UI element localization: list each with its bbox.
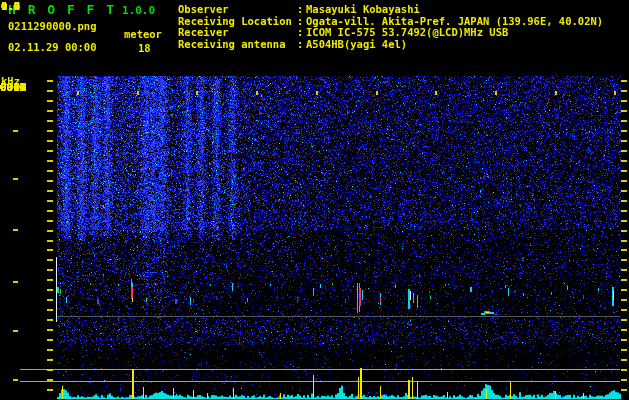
info-row-receiving-antenna: Receiving antenna:A504HB(yagi 4el) bbox=[178, 39, 603, 51]
info-colon: : bbox=[297, 39, 306, 51]
observation-mode: meteor bbox=[124, 28, 162, 40]
time-label: 0010 bbox=[0, 81, 27, 94]
output-filename: 0211290000.png bbox=[8, 20, 97, 32]
spectrogram-canvas bbox=[0, 0, 629, 400]
app-title: H R O F F T bbox=[8, 2, 116, 17]
observation-datetime: 02.11.29 00:00 bbox=[8, 41, 97, 53]
hrofft-output-screen: H R O F F T 1.0.0 0211290000.png meteor … bbox=[0, 0, 629, 400]
info-value: ICOM IC-575 53.7492(@LCD)MHz USB bbox=[306, 26, 508, 38]
info-value: Masayuki Kobayashi bbox=[306, 3, 420, 15]
info-label: Receiver bbox=[178, 27, 297, 39]
freq-label: 0.6 bbox=[1, 0, 20, 12]
info-colon: : bbox=[297, 4, 306, 16]
app-version: 1.0.0 bbox=[122, 4, 155, 17]
info-label: Receiving antenna bbox=[178, 39, 297, 51]
echo-count: 18 bbox=[138, 42, 151, 54]
info-value: A504HB(yagi 4el) bbox=[306, 38, 407, 50]
station-info-block: Observer:Masayuki Kobayashi Receiving Lo… bbox=[178, 4, 603, 50]
info-colon: : bbox=[297, 27, 306, 39]
info-value: Ogata-vill. Akita-Pref. JAPAN (139.96E, … bbox=[306, 15, 603, 27]
info-label: Observer bbox=[178, 4, 297, 16]
